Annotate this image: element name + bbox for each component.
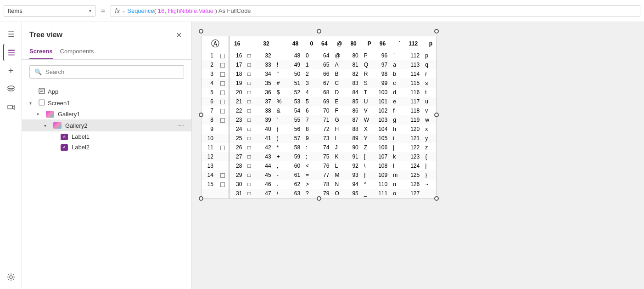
ascii-char-cell: / [274, 189, 288, 198]
tree-item-label2[interactable]: A Label2 [22, 142, 191, 153]
tree-item-gallery1[interactable]: ▾ Gallery1 [22, 109, 191, 119]
ascii-char-cell: F [332, 106, 346, 115]
ascii-num-cell: 31 [229, 189, 245, 198]
ascii-num-cell: 75 [317, 152, 332, 161]
ascii-num-cell: 92 [346, 161, 361, 170]
svg-rect-1 [8, 52, 15, 53]
ascii-char-cell [274, 51, 288, 60]
ascii-num-cell: 117 [404, 97, 422, 106]
formula-chevron-icon: ⌄ [122, 8, 125, 13]
ascii-num-cell: 76 [317, 161, 332, 170]
ascii-char-cell: 2 [303, 69, 317, 79]
tree-item-screen1[interactable]: ▾ Screen1 [22, 97, 191, 109]
ascii-num-cell: 47 [258, 189, 274, 198]
ascii-num-cell: 49 [288, 60, 303, 69]
handle-tl[interactable] [199, 29, 203, 34]
ascii-num-cell: 94 [346, 180, 361, 189]
ascii-num-cell: 55 [288, 115, 303, 125]
table-row: 1328□44,60<76L92\108l124| [202, 161, 436, 170]
ascii-char-cell: = [303, 170, 317, 180]
search-input[interactable] [45, 68, 179, 75]
canvas-area[interactable]: Ⓐ 16 32 48 0 64 @ 80 P 96 [192, 22, 644, 289]
ascii-num-cell: 108 [375, 161, 390, 170]
ascii-char-cell: □ [245, 189, 258, 198]
ascii-char-cell: { [422, 152, 436, 161]
data-button[interactable] [3, 81, 19, 97]
handle-br[interactable] [434, 196, 439, 201]
ascii-char-cell: S [361, 79, 375, 88]
ascii-num-cell: 56 [288, 125, 303, 134]
table-row: 419□35#51367C83S99c115s [202, 79, 436, 88]
ascii-char-cell: ! [274, 60, 288, 69]
tree-item-gallery2[interactable]: ▾ Gallery2 ··· [22, 119, 191, 131]
ascii-char-cell: r [422, 69, 436, 79]
ascii-num-cell: 115 [404, 79, 422, 88]
handle-mr[interactable] [434, 113, 439, 117]
gallery-num-cell: 11 [202, 143, 215, 152]
ascii-char-cell: | [422, 161, 436, 170]
gallery-checkbox-cell [215, 143, 229, 152]
tab-screens[interactable]: Screens [29, 44, 53, 59]
col-112-header: 112 [404, 36, 422, 51]
ascii-char-cell: q [422, 60, 436, 69]
ascii-num-cell: 51 [288, 79, 303, 88]
ascii-num-cell: 93 [346, 170, 361, 180]
handle-tc[interactable] [317, 29, 321, 34]
col-16-header: 16 [229, 36, 245, 51]
media-button[interactable] [3, 99, 19, 116]
gallery-checkbox-cell [215, 69, 229, 79]
ascii-num-cell: 123 [404, 152, 422, 161]
ascii-num-cell: 66 [317, 69, 332, 79]
ascii-num-cell: 103 [375, 115, 390, 125]
ascii-char-cell: □ [245, 106, 258, 115]
handle-ml[interactable] [199, 113, 203, 117]
layers-button[interactable] [3, 44, 19, 61]
top-bar: Items ▾ = fx ⌄ Sequence( 16, HighNibble.… [0, 0, 644, 22]
tab-components[interactable]: Components [60, 44, 94, 59]
ascii-char-cell: B [332, 69, 346, 79]
ascii-char-cell: ( [274, 125, 288, 134]
checkbox-symbol [220, 118, 225, 123]
table-row: 1429□45-61=77M93]109m125} [202, 170, 436, 180]
gallery2-more-button[interactable]: ··· [178, 121, 184, 130]
ascii-num-cell: 113 [404, 60, 422, 69]
ascii-num-cell: 110 [375, 180, 390, 189]
items-dropdown[interactable]: Items ▾ [4, 5, 95, 17]
tree-item-label1[interactable]: A Label1 [22, 131, 191, 142]
ascii-char-cell: z [422, 143, 436, 152]
formula-bar[interactable]: fx ⌄ Sequence( 16, HighNibble.Value ) As… [111, 5, 640, 17]
ascii-char-cell: J [332, 143, 346, 152]
checkbox-symbol [220, 81, 225, 86]
ascii-num-cell: 118 [404, 106, 422, 115]
tree-item-app[interactable]: App [22, 86, 191, 97]
gallery-num-cell: 5 [202, 88, 215, 97]
gallery-checkbox-cell [215, 79, 229, 88]
add-button[interactable]: + [3, 62, 19, 79]
ascii-char-cell [422, 189, 436, 198]
ascii-char-cell: □ [245, 180, 258, 189]
svg-rect-8 [40, 90, 44, 91]
ascii-num-cell: 71 [317, 115, 332, 125]
col-112-char-header: p [422, 36, 436, 51]
tree-panel: Tree view ✕ Screens Components 🔍 App ▾ [22, 22, 192, 289]
col-32-char-header [274, 36, 288, 51]
col-64-char-header: @ [332, 36, 346, 51]
gallery-checkbox-cell [215, 97, 229, 106]
ascii-char-cell: □ [245, 115, 258, 125]
hamburger-button[interactable]: ☰ [3, 26, 19, 42]
col-80-header: 80 [346, 36, 361, 51]
ascii-num-cell: 84 [346, 88, 361, 97]
checkbox-symbol [220, 173, 225, 178]
tree-toggle-gallery2: ▾ [44, 123, 51, 128]
settings-button[interactable] [3, 269, 19, 285]
ascii-num-cell: 90 [346, 143, 361, 152]
gallery-num-cell: 4 [202, 79, 215, 88]
ascii-char-cell: G [332, 115, 346, 125]
handle-tr[interactable] [434, 29, 439, 34]
handle-bl[interactable] [199, 196, 203, 201]
handle-bc[interactable] [317, 196, 321, 201]
close-tree-button[interactable]: ✕ [173, 29, 184, 40]
ascii-num-cell: 48 [288, 51, 303, 60]
col-16-char-header [245, 36, 258, 51]
gallery-num-cell: 15 [202, 180, 215, 189]
